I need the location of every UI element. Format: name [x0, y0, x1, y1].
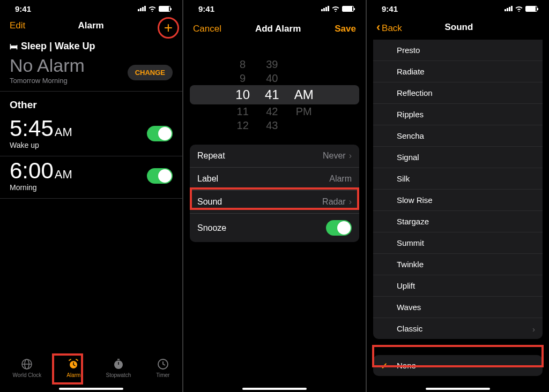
nav-header: Cancel Add Alarm Save: [183, 20, 366, 40]
sleep-header: 🛏 Sleep | Wake Up: [0, 36, 182, 54]
alarm-toggle[interactable]: [147, 126, 173, 141]
highlight-none: [372, 345, 544, 367]
clock-time: 9:41: [382, 4, 398, 13]
highlight-sound: [190, 187, 359, 210]
alarm-row[interactable]: 6:00AM Morning: [0, 156, 182, 199]
sound-option[interactable]: Ripples: [373, 104, 543, 125]
minute-wheel[interactable]: 3940 41 4243: [265, 57, 279, 132]
tab-stopwatch[interactable]: Stopwatch: [106, 358, 131, 378]
sound-option[interactable]: Signal: [373, 147, 543, 168]
sound-option[interactable]: Stargaze: [373, 211, 543, 232]
time-picker[interactable]: 89 10 1112 3940 41 4243 AM PM: [190, 55, 359, 135]
page-title: Alarm: [78, 20, 104, 31]
sound-option[interactable]: Sencha: [373, 125, 543, 147]
sound-list: PrestoRadiateReflectionRipplesSenchaSign…: [373, 40, 543, 339]
alarm-toggle[interactable]: [147, 168, 173, 184]
screen-alarm-list: 9:41 Edit Alarm + 🛏 Sleep | Wake Up No A…: [0, 0, 182, 392]
sleep-row: No Alarm Tomorrow Morning CHANGE: [0, 54, 182, 92]
nav-header: ‹ Back Sound: [367, 17, 549, 40]
sound-option[interactable]: Summit: [373, 232, 543, 254]
save-button[interactable]: Save: [335, 24, 356, 34]
home-indicator[interactable]: [426, 388, 490, 390]
sound-option[interactable]: Classic›: [373, 318, 543, 339]
battery-icon: [525, 6, 537, 12]
battery-icon: [342, 6, 354, 12]
status-bar: 9:41: [367, 0, 549, 17]
clock-time: 9:41: [15, 4, 31, 13]
alarm-time: 5:45AM: [10, 117, 72, 140]
signal-icon: [321, 6, 329, 11]
highlight-add: +: [158, 17, 179, 39]
alarm-row[interactable]: 5:45AM Wake up: [0, 114, 182, 156]
stopwatch-icon: [112, 358, 125, 371]
status-icons: [138, 5, 170, 12]
status-icons: [321, 5, 354, 12]
sleep-state: No Alarm: [10, 56, 85, 74]
tab-timer[interactable]: Timer: [156, 358, 169, 378]
repeat-cell[interactable]: Repeat Never›: [190, 145, 359, 168]
alarm-time: 6:00AM: [10, 160, 72, 182]
add-alarm-button[interactable]: +: [164, 20, 173, 35]
status-bar: 9:41: [0, 0, 182, 17]
alarm-label: Wake up: [10, 141, 72, 149]
page-title: Sound: [444, 22, 473, 33]
snooze-toggle[interactable]: [326, 220, 352, 236]
alarm-label: Morning: [10, 183, 72, 192]
wifi-icon: [331, 5, 340, 12]
status-bar: 9:41: [183, 0, 366, 17]
sound-option[interactable]: Silk: [373, 168, 543, 190]
edit-button[interactable]: Edit: [10, 20, 25, 31]
sound-option[interactable]: Uplift: [373, 275, 543, 297]
globe-icon: [20, 358, 33, 371]
chevron-right-icon: ›: [532, 325, 535, 334]
wifi-icon: [148, 5, 157, 12]
back-button[interactable]: ‹ Back: [376, 20, 402, 34]
screen-add-alarm: 9:41 Cancel Add Alarm Save 89 10 1112 39…: [183, 0, 366, 392]
sleep-title: Sleep | Wake Up: [21, 41, 95, 52]
battery-icon: [159, 6, 170, 12]
hour-wheel[interactable]: 89 10 1112: [235, 57, 250, 132]
wifi-icon: [515, 5, 523, 12]
screen-sound-picker: 9:41 ‹ Back Sound PrestoRadiateReflectio…: [367, 0, 549, 392]
other-header: Other: [0, 92, 182, 114]
change-button[interactable]: CHANGE: [128, 65, 173, 80]
page-title: Add Alarm: [255, 24, 301, 34]
sleep-sub: Tomorrow Morning: [10, 77, 85, 85]
signal-icon: [138, 6, 146, 11]
sound-option[interactable]: Waves: [373, 297, 543, 318]
signal-icon: [505, 6, 513, 11]
sound-option[interactable]: Reflection: [373, 82, 543, 104]
highlight-tab: [52, 353, 83, 385]
ampm-wheel[interactable]: AM PM: [294, 57, 314, 132]
tab-world-clock[interactable]: World Clock: [13, 358, 42, 378]
chevron-right-icon: ›: [349, 151, 352, 161]
home-indicator[interactable]: [59, 388, 123, 390]
sound-option[interactable]: Presto: [373, 40, 543, 61]
clock-time: 9:41: [198, 4, 214, 13]
timer-icon: [157, 358, 169, 371]
snooze-cell: Snooze: [190, 214, 359, 242]
status-icons: [505, 5, 537, 12]
sound-option[interactable]: Twinkle: [373, 254, 543, 275]
home-indicator[interactable]: [242, 388, 307, 390]
sound-option[interactable]: Radiate: [373, 61, 543, 82]
sound-option[interactable]: Slow Rise: [373, 190, 543, 211]
cancel-button[interactable]: Cancel: [193, 24, 221, 34]
svg-rect-5: [117, 359, 120, 360]
chevron-left-icon: ‹: [376, 20, 380, 34]
tab-bar: World Clock Alarm Stopwatch Timer: [0, 349, 182, 387]
nav-header: Edit Alarm: [0, 17, 182, 36]
bed-icon: 🛏: [10, 42, 18, 51]
